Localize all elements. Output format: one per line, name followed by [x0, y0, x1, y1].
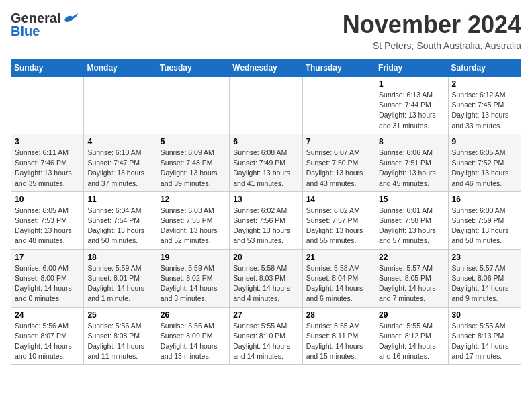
calendar-day-cell: 3Sunrise: 6:11 AM Sunset: 7:46 PM Daylig…: [11, 134, 84, 191]
calendar-day-cell: 11Sunrise: 6:04 AM Sunset: 7:54 PM Dayli…: [84, 191, 157, 249]
day-number: 11: [87, 195, 152, 204]
calendar-day-cell: 27Sunrise: 5:55 AM Sunset: 8:10 PM Dayli…: [230, 307, 302, 365]
calendar-day-cell: [302, 77, 375, 134]
weekday-header-saturday: Saturday: [448, 60, 521, 77]
day-number: 6: [233, 137, 298, 146]
calendar-day-cell: 1Sunrise: 6:13 AM Sunset: 7:44 PM Daylig…: [375, 77, 448, 134]
day-number: 14: [306, 195, 371, 204]
weekday-header-friday: Friday: [375, 60, 448, 77]
calendar-day-cell: [230, 77, 302, 134]
day-number: 29: [379, 310, 444, 320]
day-number: 2: [452, 79, 517, 89]
calendar-week-row: 3Sunrise: 6:11 AM Sunset: 7:46 PM Daylig…: [11, 134, 521, 191]
calendar-day-cell: 28Sunrise: 5:55 AM Sunset: 8:11 PM Dayli…: [302, 307, 375, 365]
day-number: 21: [306, 253, 371, 262]
day-number: 25: [87, 310, 152, 320]
day-info: Sunrise: 5:55 AM Sunset: 8:10 PM Dayligh…: [233, 321, 298, 362]
day-info: Sunrise: 6:10 AM Sunset: 7:47 PM Dayligh…: [87, 148, 152, 189]
day-info: Sunrise: 6:05 AM Sunset: 7:52 PM Dayligh…: [452, 148, 517, 189]
calendar-day-cell: 24Sunrise: 5:56 AM Sunset: 8:07 PM Dayli…: [11, 307, 84, 365]
day-number: 18: [87, 253, 152, 262]
month-title: November 2024: [343, 11, 521, 39]
day-number: 15: [379, 195, 444, 204]
day-info: Sunrise: 6:01 AM Sunset: 7:58 PM Dayligh…: [379, 205, 444, 246]
logo: General Blue: [11, 11, 78, 39]
calendar-day-cell: 4Sunrise: 6:10 AM Sunset: 7:47 PM Daylig…: [84, 134, 157, 191]
day-number: 28: [306, 310, 371, 320]
day-info: Sunrise: 6:00 AM Sunset: 7:59 PM Dayligh…: [452, 205, 517, 246]
weekday-header-wednesday: Wednesday: [230, 60, 302, 77]
day-number: 9: [452, 137, 517, 146]
calendar-day-cell: 19Sunrise: 5:59 AM Sunset: 8:02 PM Dayli…: [157, 249, 229, 307]
calendar-header-row: SundayMondayTuesdayWednesdayThursdayFrid…: [11, 60, 521, 77]
day-number: 26: [161, 310, 226, 320]
calendar-day-cell: 16Sunrise: 6:00 AM Sunset: 7:59 PM Dayli…: [448, 191, 521, 249]
day-number: 8: [379, 137, 444, 146]
day-info: Sunrise: 5:58 AM Sunset: 8:04 PM Dayligh…: [306, 263, 371, 304]
day-number: 7: [306, 137, 371, 146]
calendar-day-cell: 14Sunrise: 6:02 AM Sunset: 7:57 PM Dayli…: [302, 191, 375, 249]
calendar-day-cell: 29Sunrise: 5:55 AM Sunset: 8:12 PM Dayli…: [375, 307, 448, 365]
day-info: Sunrise: 6:02 AM Sunset: 7:56 PM Dayligh…: [233, 205, 298, 246]
calendar-day-cell: 12Sunrise: 6:03 AM Sunset: 7:55 PM Dayli…: [157, 191, 229, 249]
day-info: Sunrise: 6:00 AM Sunset: 8:00 PM Dayligh…: [15, 263, 80, 304]
day-info: Sunrise: 6:04 AM Sunset: 7:54 PM Dayligh…: [87, 205, 152, 246]
day-info: Sunrise: 6:13 AM Sunset: 7:44 PM Dayligh…: [379, 90, 444, 131]
calendar-day-cell: 5Sunrise: 6:09 AM Sunset: 7:48 PM Daylig…: [157, 134, 229, 191]
day-number: 3: [15, 137, 80, 146]
calendar-day-cell: 10Sunrise: 6:05 AM Sunset: 7:53 PM Dayli…: [11, 191, 84, 249]
calendar-day-cell: 25Sunrise: 5:56 AM Sunset: 8:08 PM Dayli…: [84, 307, 157, 365]
calendar-week-row: 1Sunrise: 6:13 AM Sunset: 7:44 PM Daylig…: [11, 77, 521, 134]
day-info: Sunrise: 6:11 AM Sunset: 7:46 PM Dayligh…: [15, 148, 80, 189]
calendar-day-cell: 2Sunrise: 6:12 AM Sunset: 7:45 PM Daylig…: [448, 77, 521, 134]
logo-bird-icon: [63, 13, 78, 25]
day-info: Sunrise: 5:55 AM Sunset: 8:12 PM Dayligh…: [379, 321, 444, 362]
calendar-day-cell: [157, 77, 229, 134]
day-info: Sunrise: 5:55 AM Sunset: 8:13 PM Dayligh…: [452, 321, 517, 362]
day-number: 10: [15, 195, 80, 204]
day-number: 5: [161, 137, 226, 146]
calendar-day-cell: 15Sunrise: 6:01 AM Sunset: 7:58 PM Dayli…: [375, 191, 448, 249]
day-number: 13: [233, 195, 298, 204]
calendar-table: SundayMondayTuesdayWednesdayThursdayFrid…: [11, 59, 521, 365]
calendar-day-cell: 13Sunrise: 6:02 AM Sunset: 7:56 PM Dayli…: [230, 191, 302, 249]
day-info: Sunrise: 5:58 AM Sunset: 8:03 PM Dayligh…: [233, 263, 298, 304]
day-number: 12: [161, 195, 226, 204]
day-info: Sunrise: 5:57 AM Sunset: 8:06 PM Dayligh…: [452, 263, 517, 304]
calendar-day-cell: 22Sunrise: 5:57 AM Sunset: 8:05 PM Dayli…: [375, 249, 448, 307]
calendar-week-row: 10Sunrise: 6:05 AM Sunset: 7:53 PM Dayli…: [11, 191, 521, 249]
day-number: 1: [379, 79, 444, 89]
calendar-day-cell: [84, 77, 157, 134]
day-number: 24: [15, 310, 80, 320]
calendar-day-cell: 7Sunrise: 6:07 AM Sunset: 7:50 PM Daylig…: [302, 134, 375, 191]
day-info: Sunrise: 6:07 AM Sunset: 7:50 PM Dayligh…: [306, 148, 371, 189]
day-number: 23: [452, 253, 517, 262]
day-info: Sunrise: 5:59 AM Sunset: 8:02 PM Dayligh…: [161, 263, 226, 304]
weekday-header-sunday: Sunday: [11, 60, 84, 77]
location-subtitle: St Peters, South Australia, Australia: [343, 40, 521, 51]
calendar-week-row: 24Sunrise: 5:56 AM Sunset: 8:07 PM Dayli…: [11, 307, 521, 365]
weekday-header-monday: Monday: [84, 60, 157, 77]
day-info: Sunrise: 5:57 AM Sunset: 8:05 PM Dayligh…: [379, 263, 444, 304]
calendar-day-cell: 23Sunrise: 5:57 AM Sunset: 8:06 PM Dayli…: [448, 249, 521, 307]
day-number: 4: [87, 137, 152, 146]
calendar-day-cell: 6Sunrise: 6:08 AM Sunset: 7:49 PM Daylig…: [230, 134, 302, 191]
weekday-header-thursday: Thursday: [302, 60, 375, 77]
day-info: Sunrise: 6:06 AM Sunset: 7:51 PM Dayligh…: [379, 148, 444, 189]
logo-blue-text: Blue: [11, 24, 40, 39]
day-number: 17: [15, 253, 80, 262]
day-info: Sunrise: 6:09 AM Sunset: 7:48 PM Dayligh…: [161, 148, 226, 189]
day-number: 16: [452, 195, 517, 204]
day-info: Sunrise: 6:05 AM Sunset: 7:53 PM Dayligh…: [15, 205, 80, 246]
calendar-day-cell: 30Sunrise: 5:55 AM Sunset: 8:13 PM Dayli…: [448, 307, 521, 365]
day-info: Sunrise: 5:56 AM Sunset: 8:08 PM Dayligh…: [87, 321, 152, 362]
day-info: Sunrise: 6:02 AM Sunset: 7:57 PM Dayligh…: [306, 205, 371, 246]
day-number: 30: [452, 310, 517, 320]
calendar-day-cell: 20Sunrise: 5:58 AM Sunset: 8:03 PM Dayli…: [230, 249, 302, 307]
calendar-day-cell: 8Sunrise: 6:06 AM Sunset: 7:51 PM Daylig…: [375, 134, 448, 191]
day-info: Sunrise: 6:08 AM Sunset: 7:49 PM Dayligh…: [233, 148, 298, 189]
day-number: 20: [233, 253, 298, 262]
calendar-day-cell: 17Sunrise: 6:00 AM Sunset: 8:00 PM Dayli…: [11, 249, 84, 307]
calendar-day-cell: [11, 77, 84, 134]
day-info: Sunrise: 5:59 AM Sunset: 8:01 PM Dayligh…: [87, 263, 152, 304]
